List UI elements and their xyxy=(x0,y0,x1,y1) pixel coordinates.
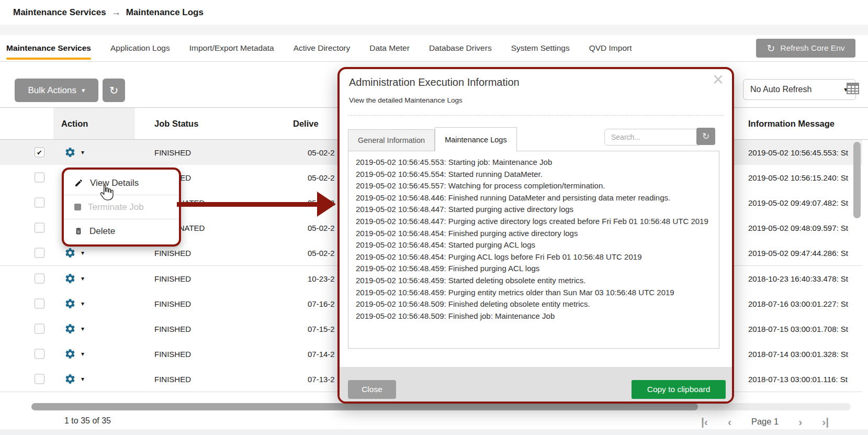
column-settings-icon[interactable] xyxy=(847,83,859,96)
modal-tab-general-information[interactable]: General Information xyxy=(348,129,435,151)
modal-divider xyxy=(348,115,724,116)
log-line: 2019-05-02 10:56:48.454: Started purging… xyxy=(356,239,712,251)
vertical-scrollbar[interactable] xyxy=(853,142,861,218)
row-checkbox[interactable] xyxy=(35,349,44,359)
auto-refresh-value: No Auto Refresh xyxy=(750,85,811,94)
row-checkbox[interactable]: ✔ xyxy=(35,148,44,158)
log-line: 2019-05-02 10:56:48.446: Finished runnin… xyxy=(356,192,712,204)
row-checkbox[interactable] xyxy=(35,324,44,334)
modal-refresh-button[interactable]: ↻ xyxy=(696,128,715,145)
modal-close-button[interactable]: Close xyxy=(348,380,396,399)
log-line: 2019-05-02 10:56:45.554: Started running… xyxy=(356,169,712,181)
maintenance-log-panel[interactable]: 2019-05-02 10:56:45.553: Starting job: M… xyxy=(348,151,719,349)
tab-qvd-import[interactable]: QVD Import xyxy=(589,35,632,61)
breadcrumb-parent[interactable]: Maintenance Services xyxy=(13,7,106,18)
row-actions-context-menu: View Details Terminate Job Delete xyxy=(62,168,181,247)
bulk-actions-button[interactable]: Bulk Actions ▾ xyxy=(15,79,98,102)
modal-subtitle: View the detailed Maintenance Logs xyxy=(349,96,463,104)
gear-icon[interactable] xyxy=(64,373,76,385)
refresh-core-env-button[interactable]: ↻ Refresh Core Env xyxy=(756,39,855,58)
modal-tab-maintenance-logs[interactable]: Maintenance Logs xyxy=(435,127,517,151)
gear-icon[interactable] xyxy=(64,348,76,360)
log-search-input[interactable] xyxy=(604,129,702,146)
gear-icon[interactable] xyxy=(64,273,76,284)
modal-title: Administration Execution Information xyxy=(349,76,520,88)
column-header-action[interactable]: Action xyxy=(61,108,88,139)
row-checkbox[interactable] xyxy=(35,248,44,258)
information-message-cell: 2018-10-23 16:40:33.478: St xyxy=(748,274,854,283)
log-line: 2019-05-02 10:56:48.459: Finished purgin… xyxy=(356,263,712,275)
row-checkbox[interactable] xyxy=(35,374,44,384)
table-refresh-button[interactable]: ↻ xyxy=(103,79,125,102)
next-page-icon[interactable]: › xyxy=(798,416,802,427)
refresh-core-env-label: Refresh Core Env xyxy=(780,43,844,53)
information-message-cell: 2019-05-02 09:49:07.482: St xyxy=(748,198,854,207)
gear-icon[interactable] xyxy=(64,298,76,309)
log-line: 2019-05-02 10:56:48.509: Finished job: M… xyxy=(356,310,712,322)
row-count-summary: 1 to 35 of 35 xyxy=(64,416,111,426)
hand-cursor-icon xyxy=(97,183,116,205)
row-checkbox[interactable] xyxy=(35,223,44,233)
information-message-cell: 2019-05-02 09:48:09.597: St xyxy=(748,224,854,232)
row-checkbox[interactable] xyxy=(35,299,44,309)
tab-active-directory[interactable]: Active Directory xyxy=(294,35,351,61)
tab-data-meter[interactable]: Data Meter xyxy=(369,35,410,61)
menu-item-label: Delete xyxy=(89,226,115,237)
row-actions-caret-icon[interactable]: ▾ xyxy=(81,275,84,282)
breadcrumb-current: Maintenance Logs xyxy=(126,7,204,18)
log-line: 2019-05-02 10:56:48.447: Purging active … xyxy=(356,216,712,228)
row-checkbox[interactable] xyxy=(35,198,44,208)
gear-icon[interactable] xyxy=(64,147,76,158)
column-header-job-status[interactable]: Job Status xyxy=(154,108,198,139)
app-window: Maintenance Services → Maintenance Logs … xyxy=(0,0,868,435)
tab-maintenance-services[interactable]: Maintenance Services xyxy=(6,35,91,61)
refresh-icon: ↻ xyxy=(702,131,709,142)
close-icon[interactable]: × xyxy=(713,70,724,89)
job-status-cell: FINISHED xyxy=(154,350,191,359)
refresh-icon: ↻ xyxy=(109,84,119,97)
log-line: 2019-05-02 10:56:48.447: Started purging… xyxy=(356,204,712,216)
copy-to-clipboard-button[interactable]: Copy to clipboard xyxy=(632,380,726,399)
trash-icon xyxy=(74,227,83,236)
gear-icon[interactable] xyxy=(64,247,76,259)
horizontal-scrollbar[interactable] xyxy=(31,403,698,410)
information-message-cell: 2019-05-02 09:47:44.286: St xyxy=(748,249,854,258)
row-checkbox[interactable] xyxy=(35,173,44,183)
menu-item-terminate-job[interactable]: Terminate Job xyxy=(64,195,179,219)
refresh-icon: ↻ xyxy=(766,43,775,53)
job-status-cell: FINISHED xyxy=(154,274,191,283)
gear-icon[interactable] xyxy=(64,323,76,334)
prev-page-icon[interactable]: ‹ xyxy=(728,416,731,427)
job-status-cell: FINISHED xyxy=(154,375,191,384)
row-actions-caret-icon[interactable]: ▾ xyxy=(81,325,84,332)
tab-system-settings[interactable]: System Settings xyxy=(511,35,570,61)
breadcrumb-arrow-icon: → xyxy=(111,7,121,18)
row-actions-caret-icon[interactable]: ▾ xyxy=(81,350,84,358)
last-page-icon[interactable]: ›| xyxy=(822,416,829,427)
tab-import-export-metadata[interactable]: Import/Export Metadata xyxy=(189,35,274,61)
column-header-information-message[interactable]: Information Message xyxy=(748,108,835,139)
row-checkbox[interactable] xyxy=(35,274,44,284)
job-status-cell: FINISHED xyxy=(154,325,191,333)
log-line: 2019-05-02 10:56:48.454: Finished purgin… xyxy=(356,228,712,240)
row-actions-caret-icon[interactable]: ▾ xyxy=(81,300,84,307)
information-message-cell: 2019-05-02 10:56:15.240: St xyxy=(748,173,854,182)
menu-item-view-details[interactable]: View Details xyxy=(64,171,179,195)
first-page-icon[interactable]: |‹ xyxy=(701,416,708,427)
checkbox-check-icon: ✔ xyxy=(37,149,42,156)
tab-database-drivers[interactable]: Database Drivers xyxy=(429,35,492,61)
row-actions-caret-icon[interactable]: ▾ xyxy=(81,249,84,256)
auto-refresh-select[interactable]: No Auto Refresh ▼ xyxy=(743,79,856,100)
row-actions-caret-icon[interactable]: ▾ xyxy=(81,375,84,383)
menu-item-delete[interactable]: Delete xyxy=(64,219,179,243)
main-tab-bar: Maintenance Services Application Logs Im… xyxy=(0,35,868,62)
column-header-delivery[interactable]: Delive xyxy=(293,108,319,139)
page-footer-strip xyxy=(0,429,868,435)
annotation-arrow-head xyxy=(317,192,336,217)
information-message-cell: 2018-07-15 03:00:01.708: St xyxy=(748,325,854,333)
information-message-cell: 2018-07-16 03:00:01.227: St xyxy=(748,299,854,308)
log-line: 2019-05-02 10:56:45.557: Watching for pr… xyxy=(356,180,712,192)
stop-icon xyxy=(74,204,81,210)
row-actions-caret-icon[interactable]: ▾ xyxy=(81,149,84,156)
tab-application-logs[interactable]: Application Logs xyxy=(110,35,170,61)
